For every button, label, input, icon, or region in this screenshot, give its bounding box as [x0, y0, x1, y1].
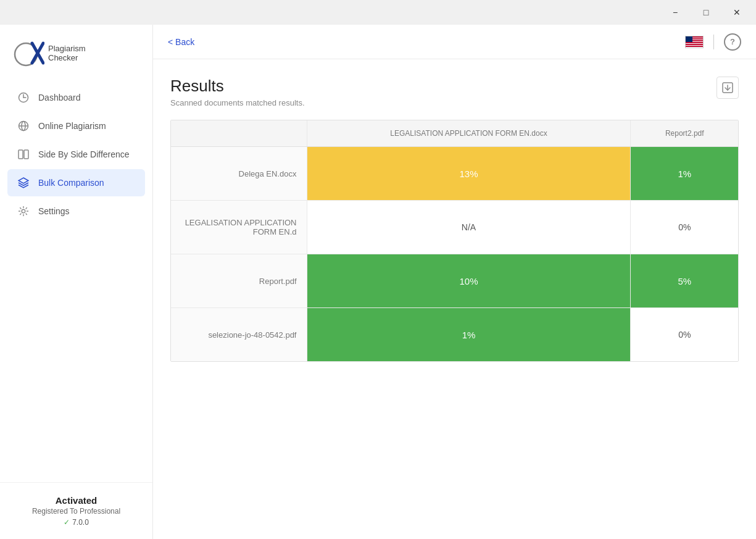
sidebar-item-side-by-side[interactable]: Side By Side Difference — [7, 141, 145, 168]
registered-label: Registered To Professional — [12, 507, 140, 516]
logo-text: Plagiarism Checker — [48, 44, 86, 62]
results-title-block: Results Scanned documents matched result… — [170, 77, 305, 107]
logo-icon — [12, 37, 44, 69]
table-cell-0-0[interactable]: 13% — [307, 147, 631, 201]
activated-label: Activated — [12, 495, 140, 506]
sidebar-item-bulk-comparison[interactable]: Bulk Comparison — [7, 169, 145, 196]
table-cell-1-1[interactable]: 0% — [631, 201, 738, 254]
table-cell-1-0[interactable]: N/A — [307, 201, 631, 254]
table-header-row: LEGALISATION APPLICATION FORM EN.docx Re… — [171, 120, 738, 147]
table-cell-3-0[interactable]: 1% — [307, 308, 631, 362]
sidebar-item-label-bulk: Bulk Comparison — [38, 178, 104, 188]
table-row-label-3: selezione-jo-48-0542.pdf — [171, 308, 307, 362]
gear-icon — [17, 205, 30, 217]
table-col-header-1: LEGALISATION APPLICATION FORM EN.docx — [307, 120, 631, 147]
close-button[interactable]: ✕ — [723, 2, 751, 22]
table-row: Report.pdf10%5% — [171, 254, 738, 308]
table-cell-2-1[interactable]: 5% — [631, 254, 738, 308]
table-cell-0-1[interactable]: 1% — [631, 147, 738, 201]
maximize-button[interactable]: □ — [692, 2, 720, 22]
svg-rect-9 — [19, 150, 23, 159]
sidebar-item-settings[interactable]: Settings — [7, 198, 145, 225]
sidebar: Plagiarism Checker Dashboard — [0, 25, 153, 539]
comparison-table: LEGALISATION APPLICATION FORM EN.docx Re… — [171, 120, 738, 361]
export-button[interactable] — [717, 77, 739, 99]
svg-rect-10 — [24, 150, 28, 159]
sidebar-item-label-settings: Settings — [38, 206, 70, 216]
comparison-table-wrapper: LEGALISATION APPLICATION FORM EN.docx Re… — [170, 120, 739, 362]
titlebar: − □ ✕ — [0, 0, 756, 25]
app-container: Plagiarism Checker Dashboard — [0, 25, 756, 539]
results-title: Results — [170, 77, 305, 96]
table-row: Delega EN.docx13%1% — [171, 147, 738, 201]
nav-menu: Dashboard Online Plagiarism — [0, 84, 152, 482]
table-row: LEGALISATION APPLICATION FORM EN.dN/A0% — [171, 201, 738, 254]
top-bar-divider — [713, 35, 714, 49]
table-col-header-2: Report2.pdf — [631, 120, 738, 147]
top-bar: < Back ? — [153, 25, 756, 59]
svg-point-12 — [22, 209, 25, 213]
sidebar-item-online-plagiarism[interactable]: Online Plagiarism — [7, 112, 145, 140]
layers-icon — [17, 177, 30, 189]
sidebar-item-label-dashboard: Dashboard — [38, 93, 81, 102]
main-content: < Back ? Results Scanned documents match… — [153, 25, 756, 539]
table-row-label-0: Delega EN.docx — [171, 147, 307, 201]
sidebar-item-label-sbs: Side By Side Difference — [38, 149, 130, 159]
table-row: selezione-jo-48-0542.pdf1%0% — [171, 308, 738, 362]
results-header: Results Scanned documents matched result… — [170, 77, 739, 107]
table-col-header-0 — [171, 120, 307, 147]
top-bar-right: ? — [685, 33, 741, 51]
checkmark-icon: ✓ — [64, 518, 70, 527]
sidebar-item-dashboard[interactable]: Dashboard — [7, 84, 145, 111]
table-row-label-2: Report.pdf — [171, 254, 307, 308]
results-area: Results Scanned documents matched result… — [153, 59, 756, 539]
table-row-label-1: LEGALISATION APPLICATION FORM EN.d — [171, 201, 307, 254]
columns-icon — [17, 148, 30, 161]
svg-marker-11 — [19, 178, 28, 183]
help-button[interactable]: ? — [724, 33, 741, 51]
results-subtitle: Scanned documents matched results. — [170, 98, 305, 107]
logo-area: Plagiarism Checker — [0, 25, 152, 84]
language-flag[interactable] — [685, 36, 704, 48]
back-button[interactable]: < Back — [168, 37, 194, 47]
dashboard-icon — [17, 91, 30, 104]
sidebar-footer: Activated Registered To Professional ✓ 7… — [0, 482, 152, 539]
sidebar-item-label-online: Online Plagiarism — [38, 121, 106, 131]
export-icon — [721, 81, 734, 94]
table-cell-3-1[interactable]: 0% — [631, 308, 738, 362]
globe-icon — [17, 120, 30, 132]
minimize-button[interactable]: − — [661, 2, 689, 22]
version-label: ✓ 7.0.0 — [12, 518, 140, 527]
table-cell-2-0[interactable]: 10% — [307, 254, 631, 308]
